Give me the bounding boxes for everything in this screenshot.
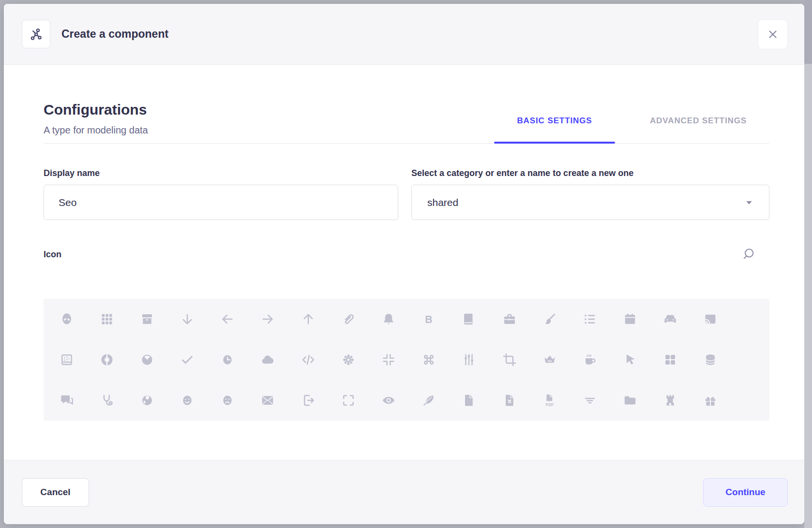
arrow-left-icon[interactable] bbox=[217, 308, 238, 330]
book-icon[interactable] bbox=[458, 308, 480, 330]
exit-icon[interactable] bbox=[298, 390, 319, 411]
discuss-icon[interactable] bbox=[56, 390, 77, 411]
cloud-icon[interactable] bbox=[257, 349, 278, 370]
page-title: Configurations bbox=[44, 102, 147, 118]
icon-grid: BPDF bbox=[44, 299, 769, 421]
chart-circle-icon[interactable] bbox=[96, 349, 118, 370]
search-icon[interactable] bbox=[740, 246, 757, 262]
feather-icon[interactable] bbox=[418, 390, 439, 411]
folder-icon[interactable] bbox=[619, 390, 641, 411]
archive-icon[interactable] bbox=[136, 308, 158, 330]
tab-basic-settings[interactable]: BASIC SETTINGS bbox=[494, 116, 615, 126]
eye-icon[interactable] bbox=[378, 390, 399, 411]
emotion-happy-icon[interactable] bbox=[177, 390, 198, 411]
modal-header: Create a component bbox=[4, 4, 804, 65]
arrow-up-icon[interactable] bbox=[298, 308, 319, 330]
database-icon[interactable] bbox=[700, 349, 721, 370]
svg-text:B: B bbox=[425, 314, 432, 325]
file-icon[interactable] bbox=[458, 390, 480, 411]
page-subtitle: A type for modeling data bbox=[44, 125, 148, 136]
file-pdf-icon[interactable]: PDF bbox=[539, 390, 560, 411]
attachment-icon[interactable] bbox=[338, 308, 359, 330]
category-label: Select a category or enter a name to cre… bbox=[411, 168, 633, 178]
collapse-icon[interactable] bbox=[378, 349, 399, 370]
alien-icon[interactable] bbox=[56, 308, 77, 330]
modal-title: Create a component bbox=[61, 28, 168, 41]
cancel-button[interactable]: Cancel bbox=[22, 478, 89, 507]
svg-text:PDF: PDF bbox=[545, 402, 554, 407]
chevron-down-icon bbox=[744, 197, 754, 208]
expand-icon[interactable] bbox=[338, 390, 359, 411]
command-icon[interactable] bbox=[418, 349, 439, 370]
bold-icon[interactable]: B bbox=[418, 308, 439, 330]
category-select-value: shared bbox=[427, 197, 458, 208]
gift-icon[interactable] bbox=[700, 390, 721, 411]
divider bbox=[44, 143, 769, 144]
create-component-modal: Create a component Configurations A type… bbox=[4, 4, 804, 524]
chart-bubble-icon[interactable] bbox=[56, 349, 77, 370]
tab-advanced-settings[interactable]: ADVANCED SETTINGS bbox=[626, 116, 771, 126]
apps-icon[interactable] bbox=[96, 308, 118, 330]
gate-icon[interactable] bbox=[660, 390, 681, 411]
close-icon bbox=[767, 28, 779, 41]
cursor-icon[interactable] bbox=[619, 349, 641, 370]
component-icon bbox=[22, 20, 50, 48]
display-name-input[interactable] bbox=[44, 185, 398, 220]
close-button[interactable] bbox=[758, 19, 788, 49]
dashboard-icon[interactable] bbox=[660, 349, 681, 370]
cog-icon[interactable] bbox=[338, 349, 359, 370]
crown-icon[interactable] bbox=[539, 349, 560, 370]
check-icon[interactable] bbox=[177, 349, 198, 370]
file-error-icon[interactable] bbox=[499, 390, 520, 411]
continue-button[interactable]: Continue bbox=[703, 478, 788, 507]
connector-icon[interactable] bbox=[458, 349, 480, 370]
bullet-list-icon[interactable] bbox=[579, 308, 601, 330]
page-scrollbar-thumb[interactable] bbox=[804, 0, 812, 64]
cup-icon[interactable] bbox=[579, 349, 601, 370]
emotion-unhappy-icon[interactable] bbox=[217, 390, 238, 411]
page-scrollbar-track[interactable] bbox=[804, 0, 812, 528]
arrow-down-icon[interactable] bbox=[177, 308, 198, 330]
clock-icon[interactable] bbox=[217, 349, 238, 370]
car-icon[interactable] bbox=[660, 308, 681, 330]
doctor-icon[interactable] bbox=[96, 390, 118, 411]
modal-body: Configurations A type for modeling data … bbox=[4, 65, 804, 460]
code-icon[interactable] bbox=[298, 349, 319, 370]
active-tab-indicator bbox=[494, 142, 615, 144]
briefcase-icon[interactable] bbox=[499, 308, 520, 330]
display-name-label: Display name bbox=[44, 168, 100, 178]
filter-icon[interactable] bbox=[579, 390, 601, 411]
chart-pie-icon[interactable] bbox=[136, 349, 158, 370]
category-select[interactable]: shared bbox=[411, 185, 769, 220]
bell-icon[interactable] bbox=[378, 308, 399, 330]
earth-icon[interactable] bbox=[136, 390, 158, 411]
crop-icon[interactable] bbox=[499, 349, 520, 370]
calendar-icon[interactable] bbox=[619, 308, 641, 330]
cast-icon[interactable] bbox=[700, 308, 721, 330]
modal-footer: Cancel Continue bbox=[4, 460, 804, 524]
envelope-icon[interactable] bbox=[257, 390, 278, 411]
arrow-right-icon[interactable] bbox=[257, 308, 278, 330]
icon-picker-label: Icon bbox=[44, 249, 61, 260]
brush-icon[interactable] bbox=[539, 308, 560, 330]
